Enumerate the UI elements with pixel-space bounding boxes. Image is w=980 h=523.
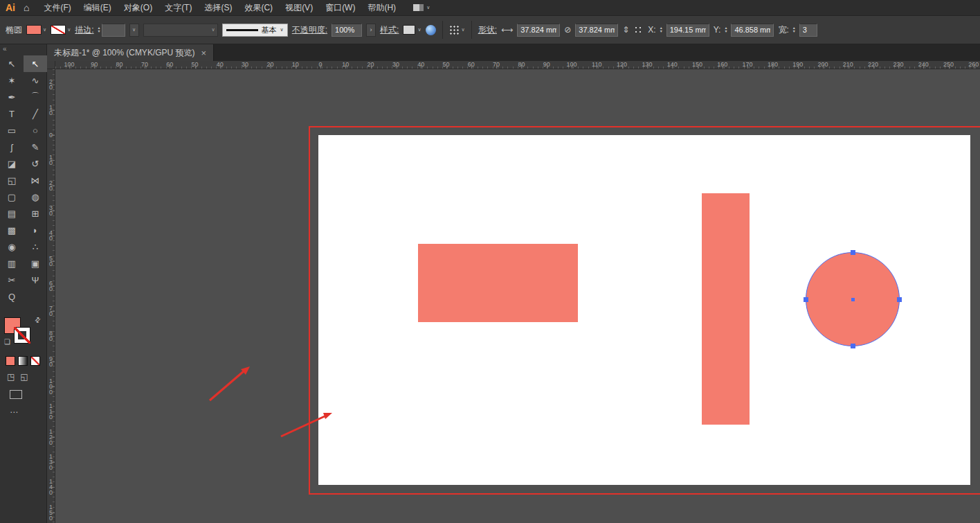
stepper-arrows-icon[interactable]: ▴▾ [725,26,727,33]
stepper-arrows-icon[interactable]: ▴▾ [793,26,795,33]
drawing-modes-row: ◳ ◱ [7,372,46,382]
shaper-tool[interactable]: ✎ [24,139,47,155]
width-label: 宽: [778,24,788,36]
perspective-grid-tool[interactable]: ▤ [0,205,24,222]
style-swatch-icon [403,25,415,35]
document-tab[interactable]: 未标题-1* @ 100% (CMYK/GPU 预览) × [47,44,214,61]
stroke-weight-stepper[interactable]: ▴▾ [98,24,125,37]
x-input[interactable] [666,24,709,37]
stepper-arrows-icon[interactable]: ▴▾ [660,26,662,33]
selection-tool[interactable]: ↖ [0,55,24,72]
magic-wand-tool[interactable]: ✶ [0,72,24,89]
chevron-down-icon: ∨ [67,27,71,33]
vertical-ruler[interactable]: 2010010203040506070809010011012013014015… [47,69,55,523]
workspace-switcher-button[interactable]: ∨ [413,4,430,11]
graphic-style-dropdown[interactable]: ∨ [403,25,421,35]
curvature-tool[interactable]: ⌒ [24,89,47,105]
line-segment-tool[interactable]: ╱ [24,105,47,122]
stroke-weight-label[interactable]: 描边: [75,24,93,36]
hand-tool[interactable]: Ψ [24,272,47,288]
canvas[interactable] [55,69,980,523]
paintbrush-tool[interactable]: ʃ [0,139,24,155]
blend-tool[interactable]: ◉ [0,238,24,255]
stroke-weight-dropdown[interactable]: ∨ [129,24,139,37]
swap-fill-stroke-icon[interactable]: ⇄ [33,315,42,325]
align-button[interactable]: ∨ [449,26,465,35]
more-tools-button[interactable]: ⋯ [10,407,46,417]
none-button[interactable] [30,356,40,366]
menu-select[interactable]: 选择(S) [198,2,238,14]
stroke-color-button[interactable]: ∨ [51,25,71,35]
gradient-button[interactable] [18,356,28,366]
horizontal-ruler[interactable]: 1009080706050403020100102030405060708090… [55,61,980,69]
draw-normal-icon[interactable]: ◳ [7,372,15,382]
chevron-down-icon: ∨ [43,27,46,33]
close-tab-icon[interactable]: × [201,48,207,58]
color-button[interactable] [6,356,15,366]
variable-width-profile-dropdown[interactable]: ∨ [143,24,218,37]
symbol-sprayer-tool[interactable]: ∴ [24,238,47,255]
menu-items: 文件(F)编辑(E)对象(O)文字(T)选择(S)效果(C)视图(V)窗口(W)… [37,2,402,14]
constrain-proportions-icon[interactable]: ⊘ [564,25,571,35]
annotation-arrow-1 [210,366,250,400]
annotation-rectangle [309,126,980,495]
swap-dimensions-icon[interactable]: ⇕ [622,25,629,35]
rotate-tool[interactable]: ↺ [24,155,47,172]
stroke-weight-input[interactable] [102,24,125,37]
eyedropper-tool[interactable]: ◗ [24,222,47,238]
pen-tool[interactable]: ✒ [0,89,24,105]
ruler-origin-corner[interactable] [47,61,55,69]
gradient-tool[interactable]: ▩ [0,222,24,238]
mesh-tool[interactable]: ⊞ [24,205,47,222]
lasso-tool[interactable]: ∿ [24,72,47,89]
illustrator-logo[interactable]: Ai [0,2,22,13]
menu-window[interactable]: 窗口(W) [319,2,361,14]
rectangle-tool[interactable]: ▭ [0,122,24,139]
menu-effect[interactable]: 效果(C) [238,2,279,14]
menu-help[interactable]: 帮助(H) [361,2,402,14]
recolor-artwork-icon[interactable] [426,25,436,35]
width-tool[interactable]: ⋈ [24,172,47,188]
stroke-swatch[interactable] [14,327,30,344]
zoom-tool[interactable]: Q [0,288,24,305]
style-label[interactable]: 样式: [380,24,399,36]
type-tool[interactable]: T [0,105,24,122]
scale-tool[interactable]: ◱ [0,172,24,188]
context-label: 椭圆 [6,24,22,36]
menu-edit[interactable]: 编辑(E) [78,2,118,14]
workspace-icon [413,4,424,11]
stepper-arrows-icon[interactable]: ▴▾ [98,26,100,33]
shape-width-input[interactable] [517,24,560,37]
y-label: Y: [714,25,721,35]
ellipse-tool[interactable]: ○ [24,122,47,139]
menu-type[interactable]: 文字(T) [158,2,198,14]
slice-tool[interactable]: ✂ [0,272,24,288]
opacity-label[interactable]: 不透明度: [292,24,327,36]
screen-mode-button[interactable] [10,390,22,399]
default-fill-stroke-icon[interactable]: ❏ [4,338,10,346]
draw-behind-icon[interactable]: ◱ [20,372,28,382]
shape-builder-tool[interactable]: ◍ [24,188,47,205]
align-icon [449,26,460,35]
chevron-down-icon: ∨ [426,5,430,10]
reference-point-icon[interactable] [633,25,644,35]
x-label: X: [648,25,655,35]
collapse-panel-button[interactable]: « [0,44,46,55]
menu-file[interactable]: 文件(F) [37,2,77,14]
menu-object[interactable]: 对象(O) [118,2,158,14]
home-icon[interactable]: ⌂ [22,2,37,13]
opacity-input[interactable] [332,24,362,37]
artboard-tool[interactable]: ▣ [24,255,47,272]
direct-selection-tool[interactable]: ↖ [24,55,47,72]
eraser-tool[interactable]: ◪ [0,155,24,172]
column-graph-tool[interactable]: ▥ [0,255,24,272]
free-transform-tool[interactable]: ▢ [0,188,24,205]
y-input[interactable] [731,24,774,37]
width-input[interactable] [799,24,817,37]
menu-view[interactable]: 视图(V) [279,2,319,14]
brush-definition-dropdown[interactable]: 基本 ∨ [222,24,288,37]
opacity-expand-button[interactable]: › [366,24,376,37]
divider [442,21,443,39]
shape-height-input[interactable] [575,24,618,37]
fill-color-button[interactable]: ∨ [26,25,46,35]
